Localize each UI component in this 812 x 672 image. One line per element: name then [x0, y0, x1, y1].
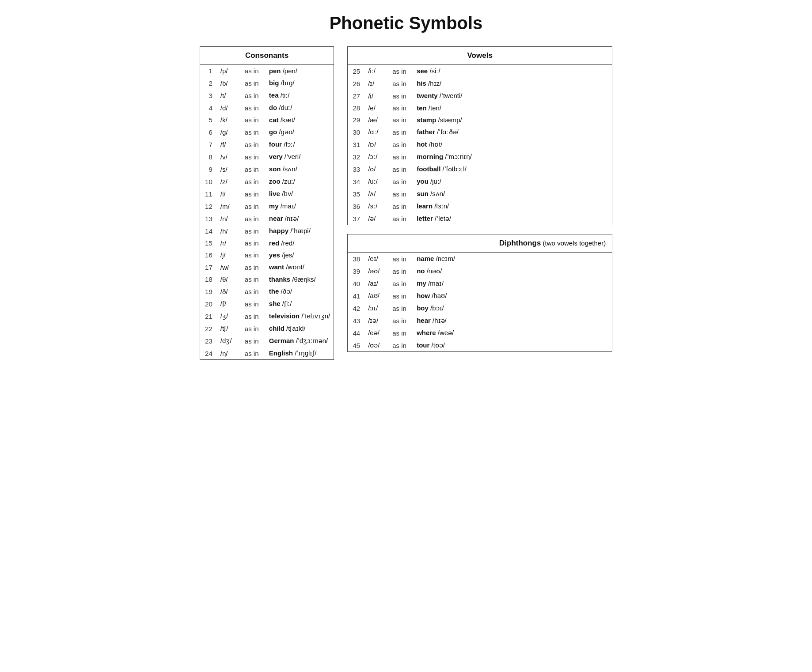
table-row: 6 /g/ as in go /gəʊ/: [200, 126, 334, 138]
table-row: 4 /d/ as in do /duː/: [200, 102, 334, 114]
example-word: hear /hɪə/: [413, 314, 612, 327]
example-word: the /ðə/: [266, 285, 334, 298]
as-in-label: as in: [241, 102, 266, 114]
phonetic-symbol: /ʊə/: [364, 339, 389, 351]
phonetic-symbol: /v/: [217, 151, 241, 163]
row-number: 37: [348, 212, 364, 225]
consonants-section: Consonants 1 /p/ as in pen /pen/ 2 /b/ a…: [200, 46, 334, 360]
as-in-label: as in: [241, 114, 266, 126]
as-in-label: as in: [389, 126, 413, 138]
example-word: hot /hɒt/: [413, 138, 612, 151]
table-row: 22 /tʃ/ as in child /tʃaɪld/: [200, 322, 334, 335]
phonetic-symbol: /iː/: [364, 65, 389, 78]
phonetic-symbol: /eɪ/: [364, 253, 389, 265]
row-number: 39: [348, 265, 364, 277]
example-word: where /weə/: [413, 327, 612, 339]
phonetic-symbol: /f/: [217, 138, 241, 151]
phonetic-symbol: /θ/: [217, 273, 241, 285]
example-word: thanks /θæŋks/: [266, 273, 334, 285]
as-in-label: as in: [241, 77, 266, 89]
diphthongs-title: Diphthongs: [499, 239, 541, 247]
as-in-label: as in: [389, 290, 413, 302]
table-row: 20 /ʃ/ as in she /ʃiː/: [200, 298, 334, 310]
as-in-label: as in: [241, 335, 266, 347]
diphthongs-header: Diphthongs (two vowels together): [348, 234, 612, 253]
example-word: German /ˈdʒɜːmən/: [266, 335, 334, 347]
phonetic-symbol: /ʌ/: [364, 188, 389, 200]
table-row: 29 /æ/ as in stamp /stæmp/: [348, 114, 612, 126]
phonetic-symbol: /ɪə/: [364, 314, 389, 327]
table-row: 16 /j/ as in yes /jes/: [200, 249, 334, 261]
table-row: 27 /i/ as in twenty /ˈtwenti/: [348, 90, 612, 102]
as-in-label: as in: [389, 327, 413, 339]
phonetic-symbol: /t/: [217, 89, 241, 102]
table-row: 26 /ɪ/ as in his /hɪz/: [348, 77, 612, 90]
as-in-label: as in: [389, 188, 413, 200]
phonetic-symbol: /ə/: [364, 212, 389, 225]
example-word: you /juː/: [413, 175, 612, 188]
example-word: near /nɪə/: [266, 212, 334, 225]
as-in-label: as in: [241, 310, 266, 322]
row-number: 31: [348, 138, 364, 151]
phonetic-symbol: /ʒ/: [217, 310, 241, 322]
as-in-label: as in: [389, 200, 413, 212]
as-in-label: as in: [389, 163, 413, 175]
phonetic-symbol: /w/: [217, 261, 241, 273]
row-number: 34: [348, 175, 364, 188]
as-in-label: as in: [389, 277, 413, 290]
phonetic-symbol: /ɑː/: [364, 126, 389, 138]
example-word: big /bɪg/: [266, 77, 334, 89]
phonetic-symbol: /ɜː/: [364, 200, 389, 212]
table-row: 41 /aʊ/ as in how /haʊ/: [348, 290, 612, 302]
row-number: 35: [348, 188, 364, 200]
example-word: four /fɔː/: [266, 138, 334, 151]
example-word: sun /sʌn/: [413, 188, 612, 200]
phonetic-symbol: /ɔː/: [364, 151, 389, 163]
vowels-header: Vowels: [348, 47, 612, 65]
row-number: 30: [348, 126, 364, 138]
page-title: Phonetic Symbols: [18, 13, 794, 33]
example-word: father /ˈfɑːðə/: [413, 126, 612, 138]
example-word: she /ʃiː/: [266, 298, 334, 310]
table-row: 2 /b/ as in big /bɪg/: [200, 77, 334, 89]
example-word: zoo /zuː/: [266, 175, 334, 188]
as-in-label: as in: [241, 237, 266, 249]
example-word: tour /tʊə/: [413, 339, 612, 351]
example-word: son /sʌn/: [266, 163, 334, 175]
table-row: 25 /iː/ as in see /siː/: [348, 65, 612, 78]
phonetic-symbol: /h/: [217, 225, 241, 237]
example-word: television /ˈtelɪvɪʒn/: [266, 310, 334, 322]
table-row: 12 /m/ as in my /maɪ/: [200, 200, 334, 212]
as-in-label: as in: [389, 90, 413, 102]
as-in-label: as in: [241, 298, 266, 310]
row-number: 20: [200, 298, 217, 310]
row-number: 3: [200, 89, 217, 102]
example-word: his /hɪz/: [413, 77, 612, 90]
phonetic-symbol: /b/: [217, 77, 241, 89]
row-number: 4: [200, 102, 217, 114]
example-word: letter /ˈletə/: [413, 212, 612, 225]
phonetic-symbol: /z/: [217, 175, 241, 188]
example-word: name /neɪm/: [413, 253, 612, 265]
example-word: twenty /ˈtwenti/: [413, 90, 612, 102]
phonetic-symbol: /ʃ/: [217, 298, 241, 310]
table-row: 37 /ə/ as in letter /ˈletə/: [348, 212, 612, 225]
example-word: child /tʃaɪld/: [266, 322, 334, 335]
row-number: 10: [200, 175, 217, 188]
example-word: happy /ˈhæpi/: [266, 225, 334, 237]
as-in-label: as in: [389, 314, 413, 327]
phonetic-symbol: /dʒ/: [217, 335, 241, 347]
table-row: 43 /ɪə/ as in hear /hɪə/: [348, 314, 612, 327]
phonetic-symbol: /m/: [217, 200, 241, 212]
main-content: Consonants 1 /p/ as in pen /pen/ 2 /b/ a…: [18, 46, 794, 360]
as-in-label: as in: [389, 175, 413, 188]
as-in-label: as in: [241, 151, 266, 163]
row-number: 2: [200, 77, 217, 89]
as-in-label: as in: [241, 322, 266, 335]
table-row: 39 /əʊ/ as in no /nəʊ/: [348, 265, 612, 277]
diphthongs-table: Diphthongs (two vowels together) 38 /eɪ/…: [348, 234, 612, 351]
row-number: 15: [200, 237, 217, 249]
row-number: 6: [200, 126, 217, 138]
diphthongs-subtitle: (two vowels together): [541, 239, 606, 247]
as-in-label: as in: [389, 138, 413, 151]
